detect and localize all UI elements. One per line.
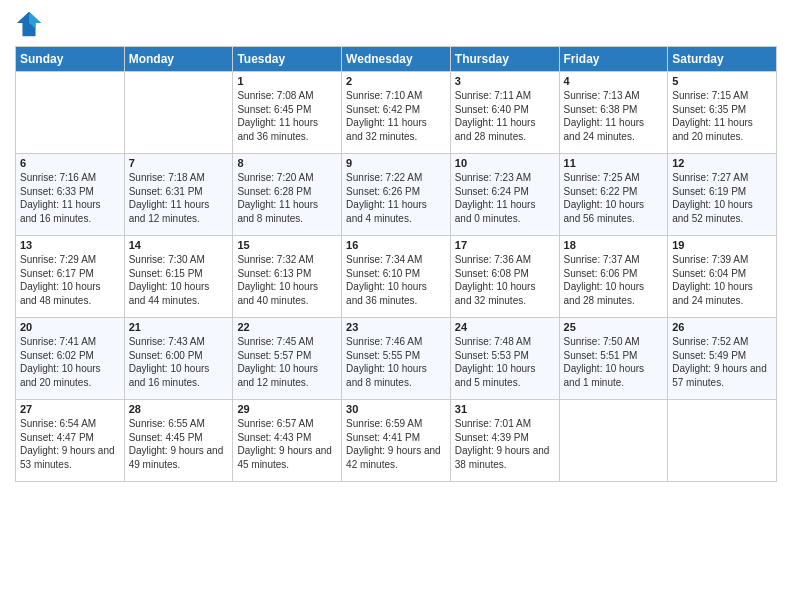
cell-text: Sunrise: 7:50 AM Sunset: 5:51 PM Dayligh… [564,335,664,389]
day-number: 26 [672,321,772,333]
cell-text: Sunrise: 6:55 AM Sunset: 4:45 PM Dayligh… [129,417,229,471]
day-number: 15 [237,239,337,251]
cell-text: Sunrise: 7:29 AM Sunset: 6:17 PM Dayligh… [20,253,120,307]
calendar-week-1: 1Sunrise: 7:08 AM Sunset: 6:45 PM Daylig… [16,72,777,154]
day-number: 14 [129,239,229,251]
day-number: 28 [129,403,229,415]
cell-text: Sunrise: 7:15 AM Sunset: 6:35 PM Dayligh… [672,89,772,143]
cell-text: Sunrise: 7:32 AM Sunset: 6:13 PM Dayligh… [237,253,337,307]
page: SundayMondayTuesdayWednesdayThursdayFrid… [0,0,792,612]
cell-text: Sunrise: 7:45 AM Sunset: 5:57 PM Dayligh… [237,335,337,389]
cell-text: Sunrise: 7:39 AM Sunset: 6:04 PM Dayligh… [672,253,772,307]
cell-text: Sunrise: 7:18 AM Sunset: 6:31 PM Dayligh… [129,171,229,225]
calendar-cell: 10Sunrise: 7:23 AM Sunset: 6:24 PM Dayli… [450,154,559,236]
col-header-saturday: Saturday [668,47,777,72]
calendar-week-3: 13Sunrise: 7:29 AM Sunset: 6:17 PM Dayli… [16,236,777,318]
day-number: 23 [346,321,446,333]
cell-text: Sunrise: 7:52 AM Sunset: 5:49 PM Dayligh… [672,335,772,389]
calendar-cell: 2Sunrise: 7:10 AM Sunset: 6:42 PM Daylig… [342,72,451,154]
col-header-friday: Friday [559,47,668,72]
cell-text: Sunrise: 7:11 AM Sunset: 6:40 PM Dayligh… [455,89,555,143]
logo [15,10,47,38]
day-number: 7 [129,157,229,169]
day-number: 30 [346,403,446,415]
cell-text: Sunrise: 6:57 AM Sunset: 4:43 PM Dayligh… [237,417,337,471]
cell-text: Sunrise: 7:48 AM Sunset: 5:53 PM Dayligh… [455,335,555,389]
day-number: 16 [346,239,446,251]
cell-text: Sunrise: 7:30 AM Sunset: 6:15 PM Dayligh… [129,253,229,307]
calendar-week-5: 27Sunrise: 6:54 AM Sunset: 4:47 PM Dayli… [16,400,777,482]
calendar-cell: 23Sunrise: 7:46 AM Sunset: 5:55 PM Dayli… [342,318,451,400]
calendar-cell [559,400,668,482]
day-number: 19 [672,239,772,251]
col-header-monday: Monday [124,47,233,72]
cell-text: Sunrise: 7:36 AM Sunset: 6:08 PM Dayligh… [455,253,555,307]
cell-text: Sunrise: 7:25 AM Sunset: 6:22 PM Dayligh… [564,171,664,225]
day-number: 21 [129,321,229,333]
calendar-cell: 19Sunrise: 7:39 AM Sunset: 6:04 PM Dayli… [668,236,777,318]
calendar-table: SundayMondayTuesdayWednesdayThursdayFrid… [15,46,777,482]
day-number: 4 [564,75,664,87]
calendar-cell: 28Sunrise: 6:55 AM Sunset: 4:45 PM Dayli… [124,400,233,482]
day-number: 10 [455,157,555,169]
cell-text: Sunrise: 7:41 AM Sunset: 6:02 PM Dayligh… [20,335,120,389]
calendar-cell [124,72,233,154]
calendar-cell: 29Sunrise: 6:57 AM Sunset: 4:43 PM Dayli… [233,400,342,482]
day-number: 27 [20,403,120,415]
calendar-cell: 9Sunrise: 7:22 AM Sunset: 6:26 PM Daylig… [342,154,451,236]
col-header-sunday: Sunday [16,47,125,72]
calendar-cell: 30Sunrise: 6:59 AM Sunset: 4:41 PM Dayli… [342,400,451,482]
cell-text: Sunrise: 7:08 AM Sunset: 6:45 PM Dayligh… [237,89,337,143]
day-number: 31 [455,403,555,415]
calendar-cell: 27Sunrise: 6:54 AM Sunset: 4:47 PM Dayli… [16,400,125,482]
day-number: 24 [455,321,555,333]
calendar-cell [16,72,125,154]
calendar-cell [668,400,777,482]
cell-text: Sunrise: 6:59 AM Sunset: 4:41 PM Dayligh… [346,417,446,471]
cell-text: Sunrise: 7:43 AM Sunset: 6:00 PM Dayligh… [129,335,229,389]
calendar-cell: 24Sunrise: 7:48 AM Sunset: 5:53 PM Dayli… [450,318,559,400]
calendar-cell: 15Sunrise: 7:32 AM Sunset: 6:13 PM Dayli… [233,236,342,318]
day-number: 6 [20,157,120,169]
logo-icon [15,10,43,38]
cell-text: Sunrise: 7:37 AM Sunset: 6:06 PM Dayligh… [564,253,664,307]
calendar-header-row: SundayMondayTuesdayWednesdayThursdayFrid… [16,47,777,72]
cell-text: Sunrise: 7:01 AM Sunset: 4:39 PM Dayligh… [455,417,555,471]
calendar-cell: 21Sunrise: 7:43 AM Sunset: 6:00 PM Dayli… [124,318,233,400]
header [15,10,777,38]
calendar-cell: 1Sunrise: 7:08 AM Sunset: 6:45 PM Daylig… [233,72,342,154]
cell-text: Sunrise: 7:20 AM Sunset: 6:28 PM Dayligh… [237,171,337,225]
calendar-cell: 18Sunrise: 7:37 AM Sunset: 6:06 PM Dayli… [559,236,668,318]
calendar-cell: 26Sunrise: 7:52 AM Sunset: 5:49 PM Dayli… [668,318,777,400]
day-number: 11 [564,157,664,169]
calendar-cell: 5Sunrise: 7:15 AM Sunset: 6:35 PM Daylig… [668,72,777,154]
day-number: 20 [20,321,120,333]
day-number: 18 [564,239,664,251]
day-number: 25 [564,321,664,333]
calendar-cell: 6Sunrise: 7:16 AM Sunset: 6:33 PM Daylig… [16,154,125,236]
cell-text: Sunrise: 7:34 AM Sunset: 6:10 PM Dayligh… [346,253,446,307]
day-number: 17 [455,239,555,251]
cell-text: Sunrise: 7:23 AM Sunset: 6:24 PM Dayligh… [455,171,555,225]
calendar-cell: 20Sunrise: 7:41 AM Sunset: 6:02 PM Dayli… [16,318,125,400]
calendar-cell: 12Sunrise: 7:27 AM Sunset: 6:19 PM Dayli… [668,154,777,236]
calendar-cell: 31Sunrise: 7:01 AM Sunset: 4:39 PM Dayli… [450,400,559,482]
cell-text: Sunrise: 7:10 AM Sunset: 6:42 PM Dayligh… [346,89,446,143]
day-number: 22 [237,321,337,333]
calendar-cell: 16Sunrise: 7:34 AM Sunset: 6:10 PM Dayli… [342,236,451,318]
col-header-tuesday: Tuesday [233,47,342,72]
day-number: 8 [237,157,337,169]
cell-text: Sunrise: 7:27 AM Sunset: 6:19 PM Dayligh… [672,171,772,225]
calendar-week-2: 6Sunrise: 7:16 AM Sunset: 6:33 PM Daylig… [16,154,777,236]
day-number: 29 [237,403,337,415]
day-number: 2 [346,75,446,87]
col-header-thursday: Thursday [450,47,559,72]
calendar-cell: 8Sunrise: 7:20 AM Sunset: 6:28 PM Daylig… [233,154,342,236]
calendar-cell: 7Sunrise: 7:18 AM Sunset: 6:31 PM Daylig… [124,154,233,236]
calendar-cell: 13Sunrise: 7:29 AM Sunset: 6:17 PM Dayli… [16,236,125,318]
cell-text: Sunrise: 7:13 AM Sunset: 6:38 PM Dayligh… [564,89,664,143]
cell-text: Sunrise: 7:22 AM Sunset: 6:26 PM Dayligh… [346,171,446,225]
day-number: 1 [237,75,337,87]
day-number: 9 [346,157,446,169]
calendar-cell: 11Sunrise: 7:25 AM Sunset: 6:22 PM Dayli… [559,154,668,236]
